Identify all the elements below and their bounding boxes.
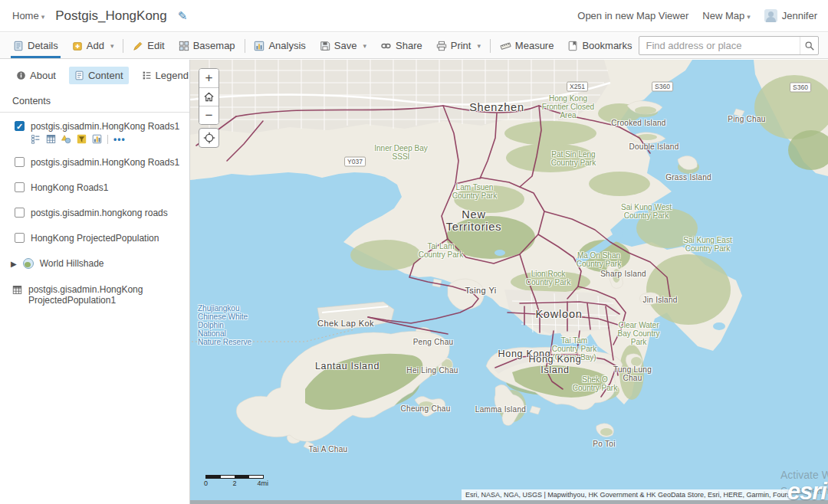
app-header: Home▾ Postgis_HongKong ✎ Open in new Map… — [0, 0, 828, 32]
show-legend-icon[interactable] — [31, 134, 41, 144]
zoom-controls: + − — [199, 68, 219, 125]
home-button[interactable] — [199, 87, 219, 106]
bottom-strip — [190, 500, 828, 504]
locate-icon — [203, 132, 215, 144]
globe-icon — [23, 258, 34, 269]
perform-analysis-icon[interactable] — [92, 134, 102, 144]
basemap-button[interactable]: Basemap — [172, 33, 242, 58]
chevron-down-icon: ▾ — [41, 13, 45, 21]
avatar — [764, 9, 777, 22]
layer-label: postgis.gisadmin.HongKong Roads1 — [31, 157, 179, 168]
contents-heading: Contents — [0, 90, 189, 113]
legend-icon — [142, 70, 152, 80]
layer-checkbox[interactable] — [15, 157, 25, 167]
change-style-icon[interactable] — [61, 134, 71, 144]
basemap-label: Basemap — [193, 40, 235, 51]
details-icon — [13, 41, 24, 51]
measure-label: Measure — [515, 40, 554, 51]
search-icon[interactable] — [800, 37, 818, 54]
details-button[interactable]: Details — [6, 33, 65, 58]
analysis-icon — [254, 41, 264, 51]
map-canvas[interactable]: Shenzhen Hong Kong Frontier Closed Area … — [190, 60, 828, 504]
layer-label: World Hillshade — [40, 258, 104, 269]
layer-label: postgis.gisadmin.HongKong ProjectedPopul… — [28, 284, 170, 306]
layer-checkbox[interactable] — [15, 233, 25, 243]
expand-arrow-icon[interactable]: ▶ — [11, 259, 17, 270]
map-title: Postgis_HongKong — [55, 8, 167, 24]
contents-panel: About Content Legend ◀ Contents postgis.… — [0, 60, 190, 504]
toolbar-separator — [245, 39, 245, 53]
bookmarks-icon — [567, 41, 578, 51]
toolbar-separator — [490, 39, 491, 53]
layer-row[interactable]: postgis.gisadmin.HongKong Roads1 — [0, 150, 189, 171]
layer-checkbox[interactable] — [15, 208, 25, 218]
measure-icon — [500, 41, 511, 51]
layer-row-table[interactable]: postgis.gisadmin.HongKong ProjectedPopul… — [0, 277, 189, 309]
chevron-down-icon: ▾ — [110, 42, 114, 50]
print-label: Print — [451, 40, 472, 51]
edit-title-icon[interactable]: ✎ — [178, 9, 188, 23]
layer-label: postgis.gisadmin.HongKong Roads1 — [31, 121, 179, 132]
layer-label: HongKong Roads1 — [31, 182, 108, 193]
tab-about[interactable]: About — [11, 67, 61, 84]
tab-legend[interactable]: Legend — [136, 67, 194, 84]
home-menu[interactable]: Home▾ — [12, 10, 44, 21]
save-label: Save — [334, 40, 357, 51]
edit-label: Edit — [147, 40, 164, 51]
layer-row-group[interactable]: ▶ World Hillshade — [0, 251, 189, 273]
layer-label: postgis.gisadmin.hongkong roads — [31, 208, 168, 218]
share-button[interactable]: Share — [373, 33, 429, 58]
zoom-out-button[interactable]: − — [199, 106, 219, 124]
layer-checkbox[interactable] — [15, 121, 25, 131]
layer-tools: ••• — [0, 132, 189, 146]
edit-icon — [133, 41, 143, 51]
chevron-down-icon: ▾ — [363, 42, 367, 50]
print-icon — [436, 41, 447, 51]
analysis-button[interactable]: Analysis — [247, 33, 312, 58]
measure-button[interactable]: Measure — [493, 33, 561, 58]
new-map-menu[interactable]: New Map▾ — [702, 10, 750, 21]
chevron-down-icon: ▾ — [747, 13, 751, 21]
home-icon — [205, 93, 213, 100]
open-in-new-map-viewer-link[interactable]: Open in new Map Viewer — [577, 10, 688, 21]
share-label: Share — [396, 40, 422, 51]
basemap-icon — [179, 41, 189, 51]
add-icon — [72, 41, 83, 51]
chevron-down-icon: ▾ — [477, 42, 481, 50]
content-icon — [74, 70, 84, 80]
search-box — [639, 36, 819, 55]
toolbar-separator — [123, 39, 123, 53]
home-label: Home — [12, 10, 39, 21]
user-name: Jennifer — [782, 10, 817, 21]
map-toolbar: Details Add▾ Edit Basemap Analysis Save▾… — [0, 33, 828, 59]
tab-about-label: About — [30, 70, 56, 81]
tools-separator — [107, 135, 108, 144]
user-menu[interactable]: Jennifer — [764, 9, 817, 22]
more-options-icon[interactable]: ••• — [113, 136, 126, 142]
filter-icon[interactable] — [77, 134, 87, 144]
print-button[interactable]: Print▾ — [429, 33, 488, 58]
edit-button[interactable]: Edit — [126, 33, 171, 58]
save-icon — [320, 41, 330, 51]
bookmarks-label: Bookmarks — [582, 40, 632, 51]
layer-row[interactable]: HongKong Roads1 — [0, 175, 189, 196]
add-label: Add — [87, 40, 104, 51]
find-my-location-button[interactable] — [199, 128, 219, 148]
layer-checkbox[interactable] — [15, 182, 25, 192]
tab-content[interactable]: Content — [69, 67, 129, 84]
layer-label: HongKong ProjectedPopulation — [31, 233, 159, 244]
layer-row[interactable]: postgis.gisadmin.HongKong Roads1 — [0, 114, 189, 132]
info-icon — [16, 70, 26, 80]
tab-content-label: Content — [88, 70, 123, 81]
table-icon — [12, 285, 22, 295]
save-button[interactable]: Save▾ — [313, 33, 373, 58]
search-input[interactable] — [639, 40, 800, 51]
layer-row[interactable]: postgis.gisadmin.hongkong roads — [0, 201, 189, 221]
new-map-label: New Map — [702, 10, 744, 21]
add-button[interactable]: Add▾ — [65, 33, 121, 58]
basemap — [190, 60, 828, 504]
layer-row[interactable]: HongKong ProjectedPopulation — [0, 226, 189, 247]
bookmarks-button[interactable]: Bookmarks — [560, 33, 639, 58]
zoom-in-button[interactable]: + — [199, 69, 219, 87]
show-table-icon[interactable] — [46, 134, 56, 144]
